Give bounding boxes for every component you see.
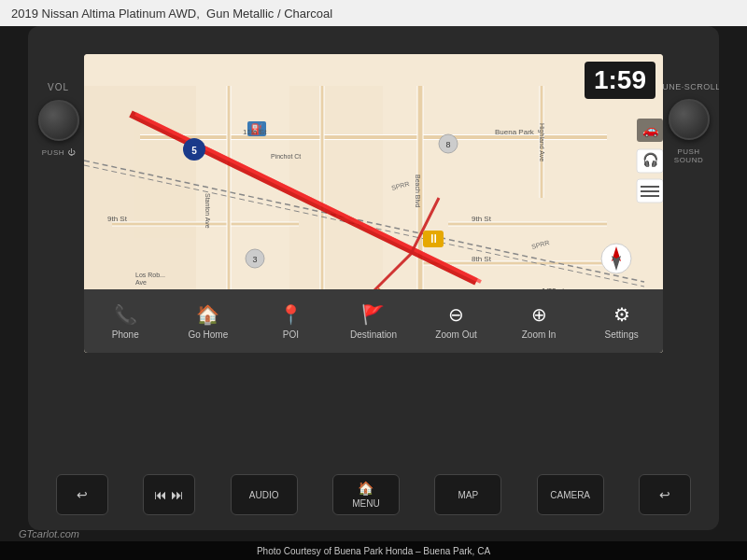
right-knob-area: TUNE·SCROLL PUSH SOUND [663, 82, 714, 164]
screen-nav-zoom-in[interactable]: ⊕ Zoom In [505, 303, 572, 340]
svg-text:🚗: 🚗 [642, 122, 659, 138]
push-sound-label: PUSH SOUND [663, 147, 714, 164]
svg-text:9th St: 9th St [107, 215, 128, 223]
destination-icon: 🚩 [361, 303, 385, 326]
screen-nav-settings[interactable]: ⚙ Settings [588, 303, 655, 340]
screen-nav-poi-label: POI [283, 329, 299, 340]
svg-text:9th St: 9th St [472, 215, 492, 223]
screen-nav-zoom-in-label: Zoom In [522, 329, 557, 340]
car-title: 2019 Nissan Altima Platinum AWD, [11, 7, 200, 21]
screen-nav-destination[interactable]: 🚩 Destination [340, 303, 407, 340]
menu-label: MENU [352, 498, 379, 509]
screen-nav-phone[interactable]: 📞 Phone [92, 303, 159, 340]
car-color: Gun Metallic / Charcoal [206, 7, 332, 21]
time-display: 1:59 [585, 62, 655, 99]
camera-label: CAMERA [550, 490, 590, 500]
menu-home-icon: 🏠 [358, 481, 374, 496]
svg-text:Highland Ave: Highland Ave [538, 123, 545, 161]
skip-icon: ⏮ ⏭ [154, 487, 184, 502]
audio-button[interactable]: AUDIO [231, 474, 298, 515]
home-icon: 🏠 [196, 303, 219, 326]
return-icon: ↩ [659, 487, 670, 502]
screen-nav-destination-label: Destination [350, 329, 397, 340]
svg-text:3: 3 [252, 255, 257, 264]
return-button[interactable]: ↩ [639, 474, 691, 515]
svg-text:Ave: Ave [135, 279, 147, 286]
map-button[interactable]: MAP [434, 474, 501, 515]
screen-nav-phone-label: Phone [112, 329, 139, 340]
screen-nav-settings-label: Settings [605, 329, 639, 340]
svg-rect-3 [289, 86, 383, 321]
svg-text:⏸: ⏸ [428, 231, 440, 245]
phone-icon: 📞 [114, 303, 137, 326]
svg-text:8th St: 8th St [472, 255, 492, 263]
poi-icon: 📍 [279, 303, 303, 326]
zoom-in-icon: ⊕ [531, 303, 547, 326]
svg-text:11th St: 11th St [243, 128, 267, 136]
photo-credit: Photo Courtesy of Buena Park Honda – Bue… [0, 541, 747, 560]
svg-text:Los Rob...: Los Rob... [135, 272, 165, 278]
screen-nav-poi[interactable]: 📍 POI [257, 303, 324, 340]
svg-text:🎧: 🎧 [642, 152, 659, 168]
watermark: GTcarlot.com [19, 528, 79, 539]
svg-text:Buena Park: Buena Park [495, 128, 535, 136]
screen-nav-bar: 📞 Phone 🏠 Go Home 📍 POI 🚩 Destination ⊖ … [84, 289, 663, 353]
svg-text:Stanton Ave: Stanton Ave [204, 193, 211, 229]
settings-icon: ⚙ [613, 303, 630, 326]
top-bar: 2019 Nissan Altima Platinum AWD, Gun Met… [0, 0, 747, 26]
bottom-controls-row: ↩ ⏮ ⏭ AUDIO 🏠 MENU MAP CAMERA ↩ [56, 469, 691, 521]
menu-button[interactable]: 🏠 MENU [332, 474, 400, 515]
map-label: MAP [458, 490, 478, 500]
screen-nav-gohome-label: Go Home [188, 329, 228, 340]
screen-nav-gohome[interactable]: 🏠 Go Home [175, 303, 242, 340]
vol-knob[interactable] [38, 100, 79, 141]
screen-nav-zoom-out[interactable]: ⊖ Zoom Out [423, 303, 490, 340]
tune-label: TUNE·SCROLL [656, 82, 719, 91]
back-icon: ↩ [77, 487, 88, 502]
push-power-label: PUSH ⏻ [42, 148, 75, 157]
back-button[interactable]: ↩ [56, 474, 108, 515]
left-knob-area: VOL PUSH ⏻ [33, 82, 84, 157]
audio-label: AUDIO [249, 490, 279, 500]
zoom-out-icon: ⊖ [448, 303, 464, 326]
vol-label: VOL [48, 82, 69, 92]
infotainment-screen[interactable]: 5 ⛽ 8 3 ⏸ 11th St Buena Park [84, 54, 663, 353]
infotainment-unit: VOL PUSH ⏻ TUNE·SCROLL PUSH SOUND [28, 26, 719, 530]
camera-button[interactable]: CAMERA [537, 474, 604, 515]
svg-text:Beach Blvd: Beach Blvd [415, 175, 421, 208]
tune-knob[interactable] [669, 99, 710, 140]
svg-text:8: 8 [445, 140, 450, 149]
svg-text:Pinchot Ct: Pinchot Ct [271, 153, 301, 160]
svg-text:5: 5 [191, 146, 197, 156]
skip-button[interactable]: ⏮ ⏭ [143, 474, 195, 515]
screen-nav-zoom-out-label: Zoom Out [435, 329, 476, 340]
